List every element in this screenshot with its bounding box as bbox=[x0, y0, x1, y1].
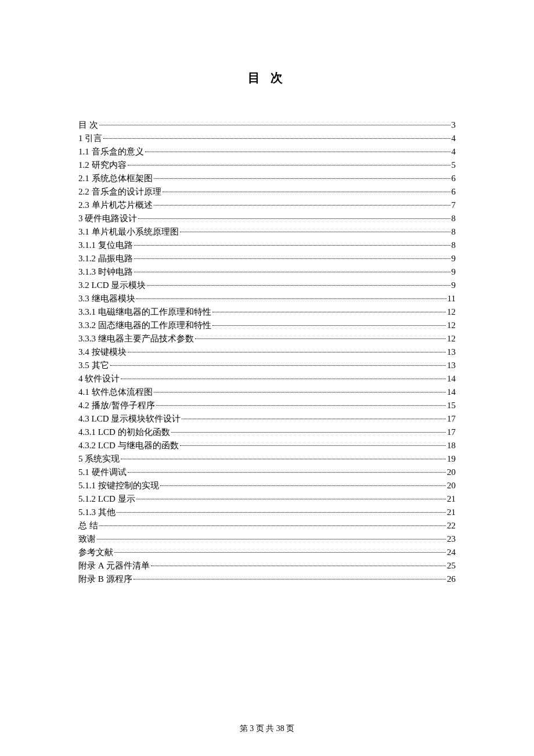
toc-entry: 2.1 系统总体框架图6 bbox=[78, 172, 456, 185]
page-title: 目 次 bbox=[78, 70, 456, 86]
toc-entry: 4 软件设计14 bbox=[78, 372, 456, 386]
toc-leader-dots bbox=[154, 205, 450, 206]
toc-leader-dots bbox=[110, 365, 446, 366]
toc-entry: 3.3.1 电磁继电器的工作原理和特性12 bbox=[78, 305, 456, 319]
toc-entry: 3 硬件电路设计8 bbox=[78, 212, 456, 225]
toc-leader-dots bbox=[121, 379, 446, 379]
toc-entry: 3.3.2 固态继电器的工作原理和特性12 bbox=[78, 319, 456, 332]
toc-leader-dots bbox=[163, 192, 450, 192]
toc-entry-page: 26 bbox=[447, 573, 456, 586]
toc-entry-page: 4 bbox=[452, 145, 456, 159]
toc-entry-page: 22 bbox=[447, 519, 456, 532]
toc-entry: 5.1.2 LCD 显示21 bbox=[78, 492, 456, 506]
toc-entry-page: 14 bbox=[447, 372, 456, 386]
toc-entry-page: 8 bbox=[452, 239, 456, 252]
toc-leader-dots bbox=[136, 499, 446, 499]
toc-entry-label: 参考文献 bbox=[78, 546, 113, 559]
toc-entry-page: 11 bbox=[448, 292, 456, 305]
toc-entry: 3.3 继电器模块11 bbox=[78, 292, 456, 305]
toc-entry-label: 5 系统实现 bbox=[78, 452, 120, 466]
toc-entry: 1 引言4 bbox=[78, 132, 456, 145]
toc-leader-dots bbox=[134, 245, 450, 246]
document-page: 目 次 目 次31 引言41.1 音乐盒的意义41.2 研究内容52.1 系统总… bbox=[0, 0, 534, 586]
toc-leader-dots bbox=[180, 445, 446, 446]
toc-leader-dots bbox=[160, 485, 446, 486]
toc-leader-dots bbox=[147, 285, 450, 286]
toc-entry-label: 5.1.1 按键控制的实现 bbox=[78, 479, 159, 492]
toc-entry: 5.1.3 其他21 bbox=[78, 506, 456, 519]
toc-entry-label: 1.2 研究内容 bbox=[78, 159, 127, 172]
toc-entry-page: 5 bbox=[452, 159, 456, 172]
toc-entry: 3.2 LCD 显示模块9 bbox=[78, 279, 456, 292]
toc-entry-label: 5.1 硬件调试 bbox=[78, 466, 127, 479]
toc-entry: 致谢23 bbox=[78, 532, 456, 546]
toc-leader-dots bbox=[180, 232, 450, 232]
toc-entry-label: 4 软件设计 bbox=[78, 372, 120, 386]
toc-entry-page: 8 bbox=[452, 212, 456, 225]
toc-entry: 总 结22 bbox=[78, 519, 456, 532]
toc-leader-dots bbox=[171, 432, 446, 433]
toc-entry-page: 3 bbox=[452, 118, 456, 132]
toc-entry-label: 总 结 bbox=[78, 519, 98, 532]
toc-entry-page: 12 bbox=[447, 332, 456, 345]
toc-entry: 2.3 单片机芯片概述7 bbox=[78, 199, 456, 212]
toc-entry-label: 3.1.1 复位电路 bbox=[78, 239, 133, 252]
toc-entry-page: 24 bbox=[447, 546, 456, 559]
toc-entry: 3.1.1 复位电路8 bbox=[78, 239, 456, 252]
toc-entry-label: 3.3 继电器模块 bbox=[78, 292, 135, 305]
toc-entry-page: 9 bbox=[452, 279, 456, 292]
footer-page-total: 38 bbox=[276, 724, 284, 733]
toc-entry: 1.2 研究内容5 bbox=[78, 159, 456, 172]
toc-entry-page: 21 bbox=[447, 492, 456, 506]
toc-entry: 附录 A 元器件清单25 bbox=[78, 559, 456, 573]
toc-entry: 1.1 音乐盒的意义4 bbox=[78, 145, 456, 159]
toc-entry: 5.1 硬件调试20 bbox=[78, 466, 456, 479]
toc-entry-label: 4.1 软件总体流程图 bbox=[78, 386, 153, 399]
toc-entry-label: 3.5 其它 bbox=[78, 359, 109, 372]
toc-entry-label: 5.1.3 其他 bbox=[78, 506, 116, 519]
toc-entry: 3.5 其它13 bbox=[78, 359, 456, 372]
toc-entry-label: 3.3.2 固态继电器的工作原理和特性 bbox=[78, 319, 211, 332]
toc-entry-page: 7 bbox=[452, 199, 456, 212]
toc-entry-page: 4 bbox=[452, 132, 456, 145]
toc-entry-label: 4.3.2 LCD 与继电器的函数 bbox=[78, 439, 179, 452]
footer-mid: 页 共 bbox=[256, 724, 275, 733]
footer-prefix: 第 bbox=[240, 724, 248, 733]
toc-leader-dots bbox=[212, 312, 446, 312]
toc-entry: 参考文献24 bbox=[78, 546, 456, 559]
toc-leader-dots bbox=[136, 298, 446, 299]
toc-leader-dots bbox=[103, 138, 450, 139]
toc-entry-label: 3.3.3 继电器主要产品技术参数 bbox=[78, 332, 194, 345]
toc-list: 目 次31 引言41.1 音乐盒的意义41.2 研究内容52.1 系统总体框架图… bbox=[78, 118, 456, 586]
toc-entry: 3.3.3 继电器主要产品技术参数12 bbox=[78, 332, 456, 345]
toc-leader-dots bbox=[138, 218, 450, 219]
toc-entry-label: 3.1.3 时钟电路 bbox=[78, 265, 133, 279]
toc-entry-page: 20 bbox=[447, 479, 456, 492]
toc-entry-label: 3.3.1 电磁继电器的工作原理和特性 bbox=[78, 305, 211, 319]
toc-entry-page: 25 bbox=[447, 559, 456, 573]
toc-entry-label: 2.1 系统总体框架图 bbox=[78, 172, 153, 185]
toc-entry-page: 12 bbox=[447, 305, 456, 319]
toc-leader-dots bbox=[134, 579, 446, 579]
toc-entry-page: 18 bbox=[447, 439, 456, 452]
toc-entry-page: 8 bbox=[452, 225, 456, 239]
toc-entry: 3.1.2 晶振电路9 bbox=[78, 252, 456, 265]
toc-entry-page: 9 bbox=[452, 252, 456, 265]
toc-entry-page: 9 bbox=[452, 265, 456, 279]
toc-entry-label: 3.1.2 晶振电路 bbox=[78, 252, 133, 265]
toc-entry-page: 19 bbox=[447, 452, 456, 466]
toc-entry-label: 4.3 LCD 显示模块软件设计 bbox=[78, 412, 181, 426]
toc-leader-dots bbox=[99, 525, 446, 526]
toc-leader-dots bbox=[99, 125, 450, 125]
toc-entry-label: 目 次 bbox=[78, 118, 98, 132]
toc-leader-dots bbox=[134, 258, 450, 259]
toc-entry: 4.1 软件总体流程图14 bbox=[78, 386, 456, 399]
toc-leader-dots bbox=[154, 392, 446, 393]
toc-leader-dots bbox=[195, 339, 446, 339]
toc-entry: 3.1 单片机最小系统原理图8 bbox=[78, 225, 456, 239]
footer-suffix: 页 bbox=[286, 724, 294, 733]
toc-entry-page: 20 bbox=[447, 466, 456, 479]
toc-entry-label: 附录 B 源程序 bbox=[78, 573, 132, 586]
toc-leader-dots bbox=[134, 272, 450, 272]
toc-entry: 4.3.1 LCD 的初始化函数17 bbox=[78, 426, 456, 439]
